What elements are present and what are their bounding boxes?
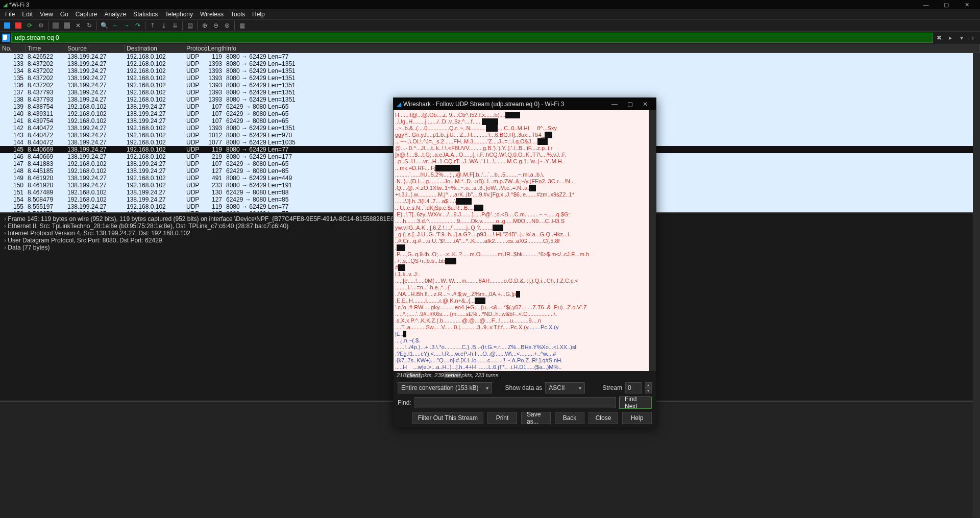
- dialog-title: Wireshark · Follow UDP Stream (udp.strea…: [403, 101, 564, 108]
- packet-row[interactable]: 1378.437793138.199.24.27192.168.0.102UDP…: [0, 89, 980, 96]
- filter-history-button[interactable]: ▾: [957, 33, 967, 43]
- go-back-button[interactable]: ←: [110, 20, 120, 31]
- auto-scroll-button[interactable]: ⇊: [170, 20, 180, 31]
- close-button[interactable]: ✕: [957, 2, 977, 8]
- stream-down-button[interactable]: ▾: [645, 388, 652, 393]
- open-button[interactable]: [51, 20, 61, 31]
- first-packet-button[interactable]: ⤒: [148, 20, 158, 31]
- dlg-close-button[interactable]: ✕: [638, 101, 653, 108]
- stream-up-button[interactable]: ▴: [645, 382, 652, 388]
- colorize-button[interactable]: ▤: [185, 20, 195, 31]
- col-proto[interactable]: Protocol: [184, 44, 206, 53]
- packet-row[interactable]: 1348.437202138.199.24.27192.168.0.102UDP…: [0, 67, 980, 75]
- close-file-button[interactable]: ✕: [73, 20, 83, 31]
- zoom-out-button[interactable]: ⊖: [211, 20, 221, 31]
- zoom-reset-button[interactable]: ⊜: [222, 20, 232, 31]
- show-as-label: Show data as: [505, 384, 543, 391]
- help-button[interactable]: Help: [622, 412, 652, 424]
- menu-edit[interactable]: Edit: [19, 10, 36, 19]
- menu-go[interactable]: Go: [57, 10, 71, 19]
- find-button[interactable]: 🔍: [99, 20, 109, 31]
- filterbar: ✖ ▸ ▾ ＋: [0, 32, 980, 44]
- go-forward-button[interactable]: →: [121, 20, 132, 31]
- restart-capture-button[interactable]: ⟳: [24, 20, 35, 31]
- col-dst[interactable]: Destination: [125, 44, 184, 53]
- menu-capture[interactable]: Capture: [72, 10, 101, 19]
- follow-stream-dialog: ◢ Wireshark · Follow UDP Stream (udp.str…: [393, 97, 656, 428]
- stream-scrollbar[interactable]: [649, 110, 656, 371]
- titlebar: ◢ *Wi-Fi 3 — ▢ ✕: [0, 0, 980, 9]
- find-next-button[interactable]: Find Next: [619, 397, 652, 409]
- clear-filter-button[interactable]: ✖: [934, 33, 944, 43]
- menu-tools[interactable]: Tools: [228, 10, 248, 19]
- packet-list-scrollbar[interactable]: [973, 53, 980, 212]
- col-src[interactable]: Source: [65, 44, 125, 53]
- reload-button[interactable]: ↻: [84, 20, 94, 31]
- display-filter-input[interactable]: [11, 33, 933, 43]
- find-input[interactable]: [414, 397, 616, 408]
- print-button[interactable]: Print: [487, 412, 517, 424]
- menubar: FileEditViewGoCaptureAnalyzeStatisticsTe…: [0, 9, 980, 19]
- stream-number-input[interactable]: [625, 382, 642, 393]
- bookmark-icon[interactable]: [2, 34, 10, 42]
- filter-out-button[interactable]: Filter Out This Stream: [412, 412, 483, 424]
- stream-content[interactable]: H.......t@...@.Ob....z. 9....Cb^.t52.f.x…: [394, 110, 656, 371]
- menu-analyze[interactable]: Analyze: [102, 10, 130, 19]
- start-capture-button[interactable]: [2, 20, 12, 31]
- stream-label: Stream: [602, 384, 622, 391]
- packet-row[interactable]: 1328.426522138.199.24.27192.168.0.102UDP…: [0, 53, 980, 60]
- show-as-select[interactable]: ASCII: [545, 382, 585, 393]
- dlg-maximize-button[interactable]: ▢: [622, 101, 638, 108]
- menu-help[interactable]: Help: [249, 10, 268, 19]
- packet-row[interactable]: 1338.437202138.199.24.27192.168.0.102UDP…: [0, 60, 980, 67]
- packet-row[interactable]: 1368.437202138.199.24.27192.168.0.102UDP…: [0, 82, 980, 89]
- menu-file[interactable]: File: [2, 10, 18, 19]
- conversation-select[interactable]: Entire conversation (153 kB): [398, 382, 492, 393]
- col-len[interactable]: Length: [206, 44, 224, 53]
- zoom-in-button[interactable]: ⊕: [200, 20, 210, 31]
- find-label: Find:: [398, 399, 411, 406]
- app-icon: ◢: [3, 2, 7, 8]
- apply-filter-button[interactable]: ▸: [945, 33, 955, 43]
- col-time[interactable]: Time: [26, 44, 65, 53]
- toolbar: ⟳ ⚙ ✕ ↻ 🔍 ← → ↷ ⤒ ⤓ ⇊ ▤ ⊕ ⊖ ⊜ ▦: [0, 19, 980, 32]
- back-button[interactable]: Back: [555, 412, 584, 424]
- col-info[interactable]: Info: [224, 44, 980, 53]
- last-packet-button[interactable]: ⤓: [159, 20, 169, 31]
- packet-row[interactable]: 1358.437202138.199.24.27192.168.0.102UDP…: [0, 75, 980, 82]
- window-title: *Wi-Fi 3: [9, 2, 29, 8]
- menu-telephony[interactable]: Telephony: [162, 10, 196, 19]
- dlg-minimize-button[interactable]: —: [607, 101, 622, 108]
- col-no[interactable]: No.: [0, 44, 26, 53]
- add-filter-button[interactable]: ＋: [968, 33, 978, 43]
- resize-columns-button[interactable]: ▦: [237, 20, 247, 31]
- menu-view[interactable]: View: [37, 10, 56, 19]
- capture-options-button[interactable]: ⚙: [36, 20, 46, 31]
- stream-stats: 218 client pkts, 239 server pkts, 223 tu…: [394, 371, 656, 379]
- save-button[interactable]: [62, 20, 72, 31]
- save-as-button[interactable]: Save as...: [521, 412, 551, 424]
- packet-list-header: No. Time Source Destination Protocol Len…: [0, 44, 980, 53]
- minimize-button[interactable]: —: [916, 2, 936, 8]
- go-to-packet-button[interactable]: ↷: [133, 20, 143, 31]
- menu-statistics[interactable]: Statistics: [130, 10, 161, 19]
- maximize-button[interactable]: ▢: [936, 2, 957, 8]
- stop-capture-button[interactable]: [13, 20, 23, 31]
- menu-wireless[interactable]: Wireless: [197, 10, 227, 19]
- dialog-titlebar: ◢ Wireshark · Follow UDP Stream (udp.str…: [394, 98, 656, 110]
- wireshark-icon: ◢: [397, 101, 401, 108]
- close-dialog-button[interactable]: Close: [589, 412, 618, 424]
